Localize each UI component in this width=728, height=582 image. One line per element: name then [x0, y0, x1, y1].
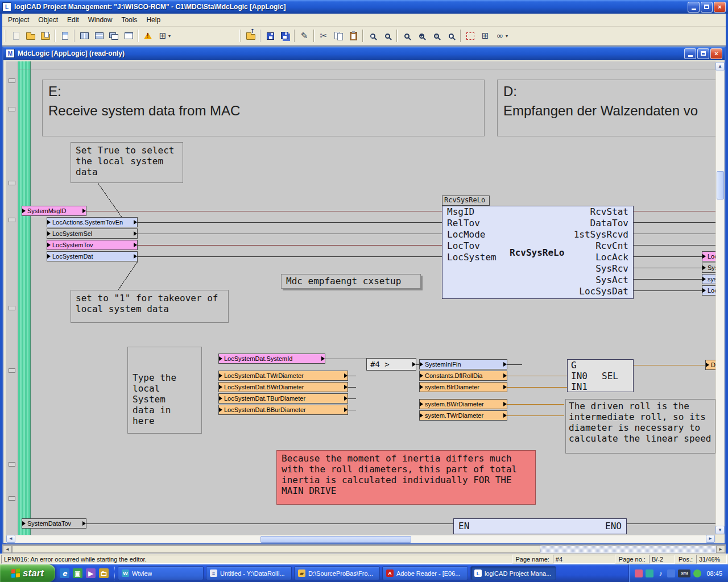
- vertical-scroll-thumb[interactable]: [717, 171, 724, 199]
- menu-project[interactable]: Project: [3, 14, 34, 26]
- label-twr-diameter[interactable]: LocSystemDat.TWrDiameter: [218, 371, 348, 381]
- show-desktop-icon[interactable]: ▣: [73, 568, 82, 578]
- save-all-button[interactable]: [278, 29, 292, 43]
- zoom-out-button[interactable]: [429, 29, 444, 43]
- maximize-button[interactable]: [701, 2, 713, 13]
- find-button[interactable]: [365, 29, 380, 43]
- open-object-button[interactable]: [38, 29, 53, 43]
- label-system-data-tov[interactable]: SystemDataTov: [22, 518, 86, 529]
- signature-button[interactable]: ✎: [297, 29, 312, 43]
- show-grid-button[interactable]: ⊞: [478, 29, 493, 43]
- main-horizontal-scrollbar[interactable]: ◄ ►: [2, 545, 726, 554]
- main-scroll-thumb[interactable]: [12, 546, 540, 553]
- tile-horizontal-button[interactable]: [92, 29, 106, 43]
- menu-window[interactable]: Window: [84, 14, 117, 26]
- window-list-button[interactable]: [121, 29, 136, 43]
- child-close-button[interactable]: ×: [710, 48, 722, 59]
- zoom-page-button[interactable]: [444, 29, 458, 43]
- page-grid-button[interactable]: ⊞: [155, 29, 170, 43]
- comment-mdc: Mdc empfaengt cxsetup: [281, 274, 421, 289]
- tray-icon-1[interactable]: [635, 569, 643, 577]
- start-button[interactable]: start: [0, 564, 55, 582]
- comment-takeover: set to "1" for takeover of local system …: [71, 290, 229, 323]
- label-right-edge-1[interactable]: Loc: [702, 251, 715, 261]
- page-connector-compare[interactable]: #4 >: [366, 358, 416, 371]
- scroll-down-button[interactable]: ▼: [715, 526, 725, 534]
- label-right-edge-2[interactable]: Sys: [702, 263, 715, 273]
- connector-button[interactable]: ∞: [493, 29, 507, 43]
- canvas-vertical-scrollbar[interactable]: ▲ ▼: [715, 61, 725, 535]
- horizontal-scroll-thumb[interactable]: [260, 536, 411, 543]
- paste-button[interactable]: [346, 29, 361, 43]
- close-button[interactable]: ×: [714, 2, 726, 13]
- tile-horizontal-icon: [95, 32, 104, 39]
- rcv-function-block[interactable]: MsgID RelTov LocMode LocTov LocSystem Rc…: [442, 206, 634, 299]
- internet-explorer-icon[interactable]: e: [60, 568, 69, 578]
- copy-button[interactable]: [331, 29, 346, 43]
- explorer-icon[interactable]: 🗀: [99, 568, 109, 578]
- find-object-button[interactable]: [380, 29, 395, 43]
- label-loc-actions-system-tov-en[interactable]: LocActions.SystemTovEn: [47, 217, 138, 227]
- label-right-edge-5[interactable]: Dv: [705, 360, 715, 370]
- minimize-button[interactable]: [688, 2, 700, 13]
- open-project-button[interactable]: [23, 29, 38, 43]
- new-document-button[interactable]: [9, 29, 23, 43]
- scroll-left-button[interactable]: ◄: [6, 535, 15, 543]
- scroll-right-button[interactable]: ►: [706, 535, 715, 543]
- toolbar-grip[interactable]: [5, 30, 6, 42]
- main-scroll-left-button[interactable]: ◄: [3, 546, 12, 553]
- tile-vertical-button[interactable]: [77, 29, 92, 43]
- task-wtview[interactable]: W Wtview: [118, 566, 204, 580]
- label-tbur-diameter[interactable]: LocSystemDat.TBurDiameter: [218, 393, 348, 404]
- label-system-blr-diameter[interactable]: system.BlrDiameter: [419, 382, 507, 392]
- logic-canvas[interactable]: E: Receive system data from MAC D: Empfa…: [6, 61, 715, 535]
- xml-tray-icon[interactable]: xml: [678, 569, 690, 577]
- label-right-edge-4[interactable]: Loc: [702, 285, 715, 296]
- label-right-edge-3[interactable]: syst: [702, 274, 715, 284]
- label-bbur-diameter[interactable]: LocSystemDat.BBurDiameter: [218, 405, 348, 415]
- label-system-twr-diameter[interactable]: system.TWrDiameter: [419, 410, 507, 421]
- toolbar-grip[interactable]: [239, 30, 241, 42]
- save-button[interactable]: [263, 29, 278, 43]
- tray-icon-2[interactable]: [646, 569, 653, 577]
- label-system-bwr-diameter[interactable]: system.BWrDiameter: [419, 399, 507, 409]
- zoom-in-button[interactable]: [414, 29, 429, 43]
- canvas-horizontal-scrollbar[interactable]: ◄ ►: [6, 535, 715, 543]
- tray-icon-4[interactable]: [693, 569, 701, 577]
- menu-tools[interactable]: Tools: [117, 14, 142, 26]
- label-loc-system-sel[interactable]: LocSystemSel: [47, 228, 138, 239]
- task-source-folder[interactable]: ▰ D:\SourceProBas\Fro...: [294, 566, 380, 580]
- label-loc-system-tov[interactable]: LocSystemTov: [47, 240, 138, 250]
- child-restore-button[interactable]: [697, 48, 709, 59]
- menu-help[interactable]: Help: [142, 14, 165, 26]
- label-system-ini-fin[interactable]: SystemIniFin: [419, 359, 507, 369]
- child-minimize-button[interactable]: [684, 48, 696, 59]
- tray-icon-3[interactable]: [667, 569, 675, 577]
- media-player-icon[interactable]: ▶: [86, 568, 96, 578]
- message-list-button[interactable]: [140, 29, 155, 43]
- label-bwr-diameter[interactable]: LocSystemDat.BWrDiameter: [218, 382, 348, 392]
- volume-icon[interactable]: ♪: [656, 569, 664, 577]
- zoom-100-button[interactable]: [399, 29, 414, 43]
- scroll-up-button[interactable]: ▲: [715, 62, 725, 70]
- menu-object[interactable]: Object: [34, 14, 63, 26]
- cut-button[interactable]: ✂: [316, 29, 331, 43]
- en-eno-block[interactable]: EN ENO: [453, 518, 627, 534]
- menu-edit[interactable]: Edit: [63, 14, 84, 26]
- select-frame-button[interactable]: [463, 29, 478, 43]
- up-level-button[interactable]: [243, 29, 258, 43]
- task-logicad[interactable]: L logiCAD Project Mana...: [470, 566, 556, 580]
- label-system-id[interactable]: LocSystemDat.SystemId: [218, 354, 325, 364]
- task-adobe-reader[interactable]: A Adobe Reader - [E06...: [382, 566, 468, 580]
- object-properties-button[interactable]: [57, 29, 72, 43]
- sel-function-block[interactable]: G IN0 SEL IN1: [567, 359, 634, 392]
- child-window: M MdcLogic [AppLogic] (read-only) ×: [2, 47, 726, 544]
- page-no-label: Page no.:: [618, 556, 647, 563]
- label-system-msg-id[interactable]: SystemMsgID: [22, 206, 86, 216]
- label-loc-system-dat[interactable]: LocSystemDat: [47, 251, 138, 261]
- main-scroll-right-button[interactable]: ►: [716, 546, 725, 553]
- cascade-windows-button[interactable]: [106, 29, 121, 43]
- rcv-block-tab[interactable]: RcvSysReLo: [442, 196, 490, 206]
- task-untitled-notepad[interactable]: ≡ Untitled - Y:\DataRolli...: [206, 566, 292, 580]
- label-constants-dfl-roll-dia[interactable]: Constants.DflRollDia: [419, 371, 507, 381]
